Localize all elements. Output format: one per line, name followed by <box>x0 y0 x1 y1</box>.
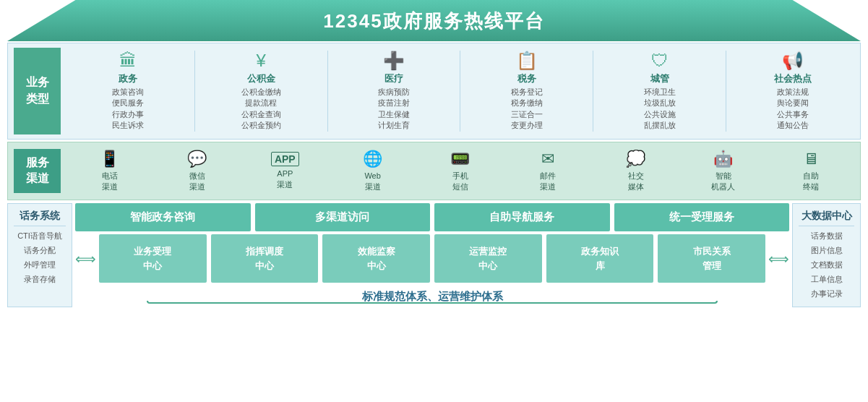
divider-4 <box>593 51 593 132</box>
wechat-label: 微信 渠道 <box>189 171 205 193</box>
bottom-box-0: 业务受理 中心 <box>99 234 207 283</box>
top-box-3: 统一受理服务 <box>614 203 790 231</box>
divider-3 <box>460 51 460 132</box>
phone-label: 电话 渠道 <box>102 171 118 193</box>
top-box-1: 多渠道访问 <box>255 203 431 231</box>
web-label: Web 渠道 <box>364 171 380 193</box>
right-item-2: 图片信息 <box>799 244 854 258</box>
bottom-box-2: 效能监察 中心 <box>322 234 430 283</box>
top-box-0: 智能政务咨询 <box>75 203 251 231</box>
divider-2 <box>327 51 328 132</box>
left-item-3: 外呼管理 <box>14 258 66 273</box>
channel-row: 服务 渠道 📱 电话 渠道 💬 微信 渠道 APP APP 渠道 🌐 Web 渠… <box>7 142 861 201</box>
chengguan-desc: 环境卫生 垃圾乱放 公共设施 乱摆乱放 <box>644 87 676 132</box>
zhengwu-name: 政务 <box>119 72 137 85</box>
email-label: 邮件 渠道 <box>540 171 556 193</box>
web-icon: 🌐 <box>363 150 382 168</box>
social-icon: 💭 <box>626 150 645 168</box>
channel-sms: 📟 手机 短信 <box>417 147 503 196</box>
right-panel: 大数据中心 话务数据 图片信息 文档数据 工单信息 办事记录 <box>792 203 861 307</box>
left-panel: 话务系统 CTI语音导航 话务分配 外呼管理 录音存储 <box>7 203 72 307</box>
gjj-icon: ¥ <box>257 51 266 71</box>
biz-item-gjj: ¥ 公积金 公积金缴纳 提款流程 公积金查询 公积金预约 <box>199 48 323 134</box>
biz-type-row: 业务 类型 🏛 政务 政策咨询 便民服务 行政办事 民生诉求 ¥ 公积金 公积金… <box>7 43 861 140</box>
top-boxes: 智能政务咨询 多渠道访问 自助导航服务 统一受理服务 <box>75 203 789 231</box>
biz-item-yiliao: ➕ 医疗 疾病预防 疫苗注射 卫生保健 计划生育 <box>332 48 456 134</box>
left-item-2: 话务分配 <box>14 244 66 258</box>
email-icon: ✉ <box>541 150 554 168</box>
app-label: APP 渠道 <box>277 168 293 191</box>
channel-kiosk: 🖥 自助 终端 <box>768 147 854 196</box>
biz-item-shuiwu: 📋 税务 税务登记 税务缴纳 三证合一 变更办理 <box>465 48 588 134</box>
sms-label: 手机 短信 <box>452 171 468 193</box>
channel-email: ✉ 邮件 渠道 <box>505 147 591 196</box>
channel-social: 💭 社交 媒体 <box>593 147 679 196</box>
channel-phone: 📱 电话 渠道 <box>66 147 152 196</box>
yiliao-icon: ➕ <box>383 51 405 71</box>
right-item-4: 工单信息 <box>799 273 854 287</box>
yiliao-desc: 疾病预防 疫苗注射 卫生保健 计划生育 <box>378 87 410 132</box>
channel-row-label: 服务 渠道 <box>14 149 61 193</box>
left-item-4: 录音存储 <box>14 273 66 287</box>
zhengwu-desc: 政策咨询 便民服务 行政办事 民生诉求 <box>112 87 144 132</box>
left-panel-items: CTI语音导航 话务分配 外呼管理 录音存储 <box>14 229 66 286</box>
app-icon: APP <box>271 152 299 166</box>
yiliao-name: 医疗 <box>384 72 403 85</box>
bottom-section: 话务系统 CTI语音导航 话务分配 外呼管理 录音存储 智能政务咨询 多渠道访问… <box>7 203 861 307</box>
gjj-name: 公积金 <box>247 72 275 85</box>
left-item-1: CTI语音导航 <box>14 229 66 244</box>
top-box-2: 自助导航服务 <box>434 203 610 231</box>
phone-icon: 📱 <box>100 150 119 168</box>
sms-icon: 📟 <box>450 150 470 168</box>
right-arrow-icon: ⟺ <box>768 250 789 268</box>
divider-5 <box>726 51 726 132</box>
left-arrow-icon: ⟺ <box>75 250 96 268</box>
shuiwu-name: 税务 <box>517 72 536 85</box>
chengguan-icon: 🛡 <box>651 51 669 71</box>
std-bar: 标准规范体系、运营维护体系 <box>75 286 789 305</box>
kiosk-icon: 🖥 <box>803 150 819 168</box>
channel-items: 📱 电话 渠道 💬 微信 渠道 APP APP 渠道 🌐 Web 渠道 📟 手机… <box>66 147 854 196</box>
biz-items: 🏛 政务 政策咨询 便民服务 行政办事 民生诉求 ¥ 公积金 公积金缴纳 提款流… <box>66 48 854 134</box>
right-item-5: 办事记录 <box>799 287 854 302</box>
bottom-boxes-wrapper: ⟺ 业务受理 中心 指挥调度 中心 效能监察 中心 运营监控 中心 政务知识 库… <box>75 234 789 283</box>
bottom-box-5: 市民关系 管理 <box>658 234 765 283</box>
header-container: 12345政府服务热线平台 <box>7 0 861 41</box>
zhengwu-icon: 🏛 <box>119 51 137 71</box>
channel-robot: 🤖 智能 机器人 <box>680 147 766 196</box>
left-panel-title: 话务系统 <box>14 210 66 226</box>
channel-wechat: 💬 微信 渠道 <box>154 147 240 196</box>
robot-icon: 🤖 <box>713 150 733 168</box>
social-label: 社交 媒体 <box>628 171 644 193</box>
divider-1 <box>194 51 195 132</box>
right-item-3: 文档数据 <box>799 258 854 273</box>
biz-row-label: 业务 类型 <box>14 48 61 134</box>
bottom-boxes: 业务受理 中心 指挥调度 中心 效能监察 中心 运营监控 中心 政务知识 库 市… <box>99 234 765 283</box>
shuiwu-desc: 税务登记 税务缴纳 三证合一 变更办理 <box>511 87 543 132</box>
main-wrapper: 12345政府服务热线平台 业务 类型 🏛 政务 政策咨询 便民服务 行政办事 … <box>0 0 868 315</box>
kiosk-label: 自助 终端 <box>803 171 819 193</box>
biz-item-chengguan: 🛡 城管 环境卫生 垃圾乱放 公共设施 乱摆乱放 <box>598 48 721 134</box>
right-panel-title: 大数据中心 <box>799 210 854 226</box>
channel-web: 🌐 Web 渠道 <box>330 147 416 196</box>
bottom-box-4: 政务知识 库 <box>546 234 654 283</box>
shehui-icon: 📢 <box>782 51 804 71</box>
gjj-desc: 公积金缴纳 提款流程 公积金查询 公积金预约 <box>241 87 281 132</box>
right-panel-items: 话务数据 图片信息 文档数据 工单信息 办事记录 <box>799 229 854 301</box>
right-item-1: 话务数据 <box>799 229 854 244</box>
center-panel: 智能政务咨询 多渠道访问 自助导航服务 统一受理服务 ⟺ 业务受理 中心 指挥调… <box>75 203 789 307</box>
bottom-box-3: 运营监控 中心 <box>434 234 542 283</box>
biz-item-shehui: 📢 社会热点 政策法规 舆论要闻 公共事务 通知公告 <box>731 48 854 134</box>
wechat-icon: 💬 <box>187 150 207 168</box>
robot-label: 智能 机器人 <box>711 171 735 193</box>
channel-app: APP APP 渠道 <box>242 149 328 194</box>
header-title: 12345政府服务热线平台 <box>7 0 861 41</box>
shehui-name: 社会热点 <box>774 72 812 85</box>
bottom-box-1: 指挥调度 中心 <box>211 234 319 283</box>
biz-item-zhengwu: 🏛 政务 政策咨询 便民服务 行政办事 民生诉求 <box>66 48 190 134</box>
shehui-desc: 政策法规 舆论要闻 公共事务 通知公告 <box>777 87 809 132</box>
chengguan-name: 城管 <box>650 72 669 85</box>
shuiwu-icon: 📋 <box>516 51 538 71</box>
